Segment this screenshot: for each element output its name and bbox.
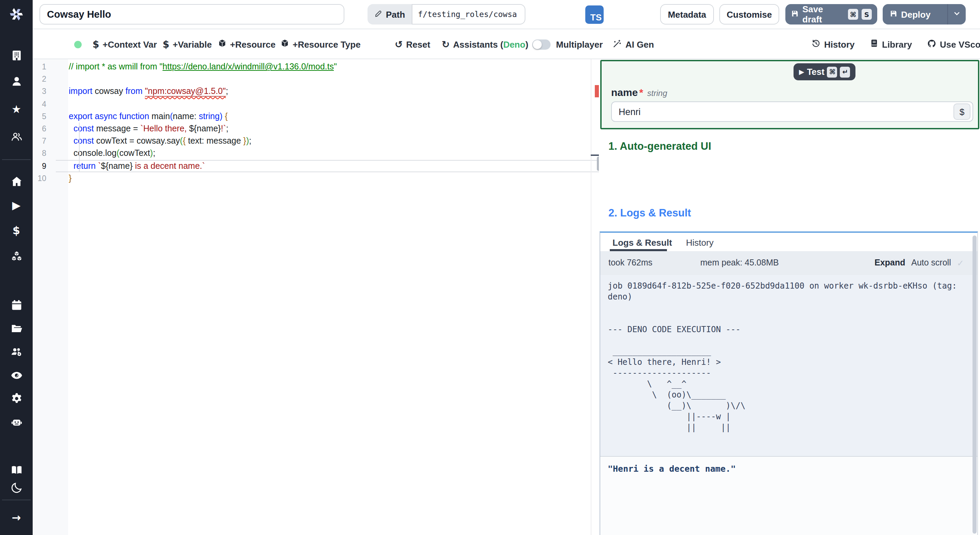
wand-icon	[612, 38, 622, 50]
sidebar-item-arrow-right[interactable]: →	[0, 510, 33, 526]
sidebar-item-eye[interactable]	[0, 367, 33, 383]
eye-icon	[10, 369, 23, 382]
expand-button[interactable]: Expand	[875, 258, 905, 268]
star-icon: ★	[11, 104, 21, 115]
result-area: "Henri is a decent name."	[600, 456, 977, 535]
language-badge-ts[interactable]: TS	[585, 5, 604, 24]
add-context-var-button[interactable]: $ +Context Var	[92, 29, 157, 59]
users-icon	[10, 130, 23, 143]
arg-name-input[interactable]	[611, 102, 973, 122]
deploy-button[interactable]: Deploy	[883, 9, 947, 19]
code-line-9: 9 return `${name} is a decent name.`	[33, 159, 600, 172]
sidebar-item-book[interactable]	[0, 462, 33, 478]
toggle-knob	[533, 40, 542, 49]
pencil-icon	[374, 9, 382, 19]
deploy-dropdown-button[interactable]	[948, 9, 966, 19]
sidebar-divider	[2, 500, 30, 500]
sidebar-item-play[interactable]: ▶	[0, 197, 33, 214]
tab-history[interactable]: History	[686, 237, 714, 248]
assistants-button[interactable]: ↻ Assistants (Deno)	[442, 29, 528, 59]
ai-gen-button[interactable]: AI Gen	[612, 29, 654, 59]
save-draft-button[interactable]: Save draft ⌘ S	[785, 4, 877, 24]
sidebar-item-dollar[interactable]: $	[0, 223, 33, 239]
sidebar-item-user-group-gear[interactable]	[0, 343, 33, 359]
dollar-icon: $	[163, 40, 169, 49]
variable-picker-button[interactable]: $	[953, 103, 970, 120]
save-icon	[889, 9, 898, 19]
run-stats-row: took 762ms mem peak: 45.08MB Expand Auto…	[600, 251, 977, 275]
user-icon	[10, 75, 23, 88]
metadata-button[interactable]: Metadata	[660, 4, 714, 24]
sidebar-item-calendar[interactable]	[0, 297, 33, 313]
code-line-2: 2	[33, 73, 600, 85]
sidebar-item-folder[interactable]	[0, 320, 33, 336]
github-octocat-icon	[927, 38, 937, 50]
code-editor[interactable]: 1// import * as wmill from "https://deno…	[33, 59, 600, 535]
overview-ruler	[591, 59, 592, 535]
script-title-input[interactable]	[40, 4, 344, 24]
add-variable-label: +Variable	[173, 39, 212, 49]
sidebar-item-home[interactable]	[0, 173, 33, 189]
sidebar-item-cubes[interactable]	[0, 248, 33, 264]
status-dot	[74, 41, 82, 48]
history-button[interactable]: History	[811, 29, 855, 59]
sidebar-item-robot[interactable]	[0, 414, 33, 430]
line-number: 8	[33, 147, 46, 159]
dollar-icon: $	[92, 40, 99, 49]
active-tab-underline	[610, 249, 667, 251]
code-line-5: 5export async function main(name: string…	[33, 110, 600, 123]
save-icon	[791, 9, 799, 19]
book-icon	[870, 39, 878, 50]
sidebar-item-users[interactable]	[0, 128, 33, 144]
line-number: 6	[33, 123, 46, 135]
play-icon: ▶	[12, 200, 21, 211]
assistants-lang: Deno	[503, 39, 525, 49]
code-line-6: 6 const message = `Hello there, ${name}!…	[33, 123, 600, 135]
tab-logs-result[interactable]: Logs & Result	[612, 237, 672, 248]
logs-scrollbar[interactable]	[972, 236, 977, 533]
auto-scroll-toggle[interactable]: Auto scroll	[911, 258, 951, 268]
calendar-icon	[10, 298, 23, 311]
code-lines: 1// import * as wmill from "https://deno…	[33, 61, 600, 185]
sidebar-item-star[interactable]: ★	[0, 102, 33, 118]
deploy-label: Deploy	[901, 9, 931, 19]
windmill-script-editor: ★▶$→ Path TS Metadata Customise Save dra…	[0, 0, 980, 535]
sidebar-divider	[2, 159, 30, 160]
multiplayer-label: Multiplayer	[556, 29, 603, 59]
s-key-chip: S	[862, 9, 872, 20]
add-resource-type-label: +Resource Type	[293, 39, 361, 49]
main-content: 1// import * as wmill from "https://deno…	[33, 59, 980, 535]
sidebar-item-user[interactable]	[0, 73, 33, 89]
package-icon	[280, 39, 289, 50]
return-key-chip: ↵	[840, 66, 850, 77]
check-icon[interactable]: ✓	[957, 258, 964, 268]
topbar: Path TS Metadata Customise Save draft ⌘ …	[33, 0, 980, 29]
add-resource-button[interactable]: +Resource	[218, 29, 275, 59]
customise-button[interactable]: Customise	[719, 4, 779, 24]
use-vscode-button[interactable]: Use VScode	[927, 29, 980, 59]
multiplayer-toggle[interactable]	[532, 40, 550, 50]
reset-button[interactable]: ↺ Reset	[395, 29, 430, 59]
library-label: Library	[882, 39, 912, 49]
sidebar-item-gear[interactable]	[0, 390, 33, 406]
log-output: job 0189d64f-812b-525e-f020-652bd9da1100…	[608, 280, 977, 433]
history-label: History	[824, 39, 855, 49]
code-line-7: 7 const cowText = cowsay.say({ text: mes…	[33, 135, 600, 147]
editor-toolbar: $ +Context Var $ +Variable +Resource +Re…	[33, 29, 980, 59]
sidebar-item-building[interactable]	[0, 47, 33, 63]
command-key-chip: ⌘	[848, 9, 858, 20]
moon-icon	[10, 481, 23, 494]
code-line-8: 8 console.log(cowText);	[33, 147, 600, 159]
arg-type-label: string	[647, 89, 667, 98]
windmill-logo-icon[interactable]	[8, 6, 24, 22]
path-button[interactable]: Path	[368, 4, 412, 24]
code-line-1: 1// import * as wmill from "https://deno…	[33, 61, 600, 73]
add-variable-button[interactable]: $ +Variable	[163, 29, 212, 59]
add-resource-type-button[interactable]: +Resource Type	[280, 29, 361, 59]
logs-panel: Logs & Result History took 762ms mem pea…	[600, 231, 978, 535]
library-button[interactable]: Library	[870, 29, 912, 59]
path-input[interactable]	[412, 4, 525, 24]
sidebar-item-moon[interactable]	[0, 479, 33, 495]
args-form: name* string $	[600, 60, 979, 129]
test-button[interactable]: ▶ Test ⌘ ↵	[794, 63, 856, 80]
